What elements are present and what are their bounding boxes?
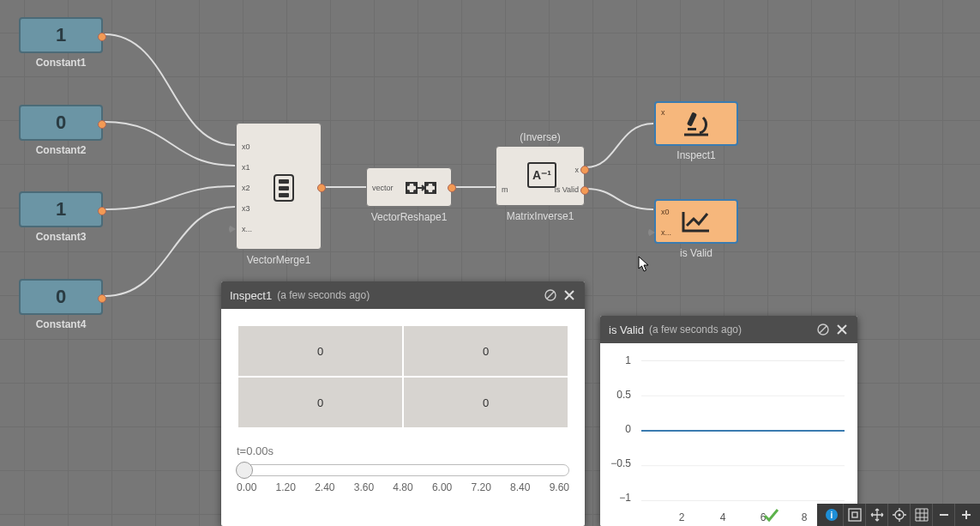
fit-button[interactable] (843, 504, 865, 526)
constant3-node[interactable]: 1 Constant3 (19, 191, 103, 227)
vm-port-x3: x3 (242, 204, 250, 213)
line-chart-icon (680, 209, 712, 234)
inspect1-label: Inspect1 (676, 149, 715, 161)
vector-reshape-label: VectorReshape1 (371, 211, 448, 223)
mi-port-valid: is Valid (555, 185, 579, 194)
constant4-label: Constant4 (36, 318, 87, 330)
vm-extra-in-port[interactable] (229, 225, 236, 233)
constant1-label: Constant1 (36, 57, 87, 69)
matrix-inverse-node[interactable]: (Inverse) MatrixInverse1 m x is Valid A⁻… (496, 146, 585, 206)
svg-point-7 (413, 183, 417, 186)
vr-out-port[interactable] (448, 184, 456, 192)
vector-merge-node[interactable]: VectorMerge1 x0 x1 x2 x3 x... (236, 123, 322, 250)
isvalid-panel-header[interactable]: is Valid (a few seconds ago) (600, 316, 857, 343)
vector-merge-label: VectorMerge1 (247, 254, 311, 266)
svg-rect-1 (279, 179, 289, 184)
mi-port-m: m (502, 185, 508, 194)
constant2-label: Constant2 (36, 144, 87, 156)
constant1-out-port[interactable] (98, 33, 106, 41)
inverse-icon: A⁻¹ (527, 162, 556, 188)
time-slider[interactable] (237, 464, 569, 476)
vm-port-xmore: x... (242, 225, 252, 233)
inspect1-panel[interactable]: Inspect1 (a few seconds ago) 0 0 0 0 t=0… (221, 281, 585, 526)
nope-icon[interactable] (544, 288, 557, 302)
svg-point-29 (898, 514, 900, 517)
constant3-out-port[interactable] (98, 207, 106, 215)
vm-port-x1: x1 (242, 163, 250, 172)
isvalid-extra-in-port[interactable] (648, 228, 655, 237)
isvalid-plot[interactable]: 1 0.5 0 −0.5 −1 2 4 6 8 10 (600, 343, 857, 526)
time-slider-thumb[interactable] (236, 462, 253, 479)
constant4-node[interactable]: 0 Constant4 (19, 279, 103, 315)
inspect1-panel-ago: (a few seconds ago) (277, 289, 370, 301)
constant2-node[interactable]: 0 Constant2 (19, 105, 103, 141)
svg-point-13 (432, 190, 436, 193)
svg-point-8 (406, 190, 410, 193)
constant4-out-port[interactable] (98, 294, 106, 303)
inspect1-port-x: x (661, 108, 665, 117)
vr-port-in: vector (372, 184, 394, 192)
microscope-icon (679, 109, 713, 138)
svg-rect-2 (279, 186, 289, 190)
mi-out-x-port[interactable] (580, 166, 589, 174)
vector-reshape-node[interactable]: VectorReshape1 vector (366, 167, 452, 207)
constant1-value: 1 (56, 24, 66, 46)
constant3-label: Constant3 (36, 231, 87, 243)
info-button[interactable]: i (821, 504, 843, 526)
reshape-icon (405, 178, 437, 198)
constant4-value: 0 (56, 286, 66, 308)
isvalid-label: is Valid (680, 247, 712, 259)
isvalid-panel-title: is Valid (609, 323, 644, 336)
svg-point-6 (406, 183, 410, 186)
inspect1-panel-header[interactable]: Inspect1 (a few seconds ago) (221, 281, 585, 309)
zoom-in-button[interactable] (954, 504, 977, 526)
vm-port-x2: x2 (242, 184, 250, 192)
mi-out-valid-port[interactable] (580, 186, 589, 195)
matrix-inverse-superlabel: (Inverse) (520, 131, 560, 143)
svg-point-11 (432, 183, 436, 186)
svg-rect-3 (279, 193, 289, 197)
constant2-out-port[interactable] (98, 120, 106, 129)
nope-icon[interactable] (816, 323, 830, 336)
inspect1-panel-title: Inspect1 (230, 289, 272, 302)
mouse-cursor-icon (638, 256, 650, 273)
svg-line-17 (547, 292, 554, 299)
constant2-value: 0 (56, 112, 66, 134)
inspect1-node[interactable]: x Inspect1 (654, 101, 738, 146)
svg-point-12 (425, 190, 429, 193)
vm-port-x0: x0 (242, 142, 250, 151)
svg-rect-27 (852, 512, 857, 517)
svg-point-10 (425, 183, 429, 186)
isvalid-panel[interactable]: is Valid (a few seconds ago) 1 0.5 0 −0.… (600, 316, 857, 526)
isvalid-port-x0: x0 (661, 208, 670, 216)
slider-ticks: 0.00 1.20 2.40 3.60 4.80 6.00 7.20 8.40 … (237, 481, 569, 493)
svg-line-19 (820, 326, 827, 333)
close-icon[interactable] (562, 288, 576, 302)
bottom-toolbar: i (817, 504, 980, 526)
matrix-inverse-label: MatrixInverse1 (507, 210, 574, 222)
isvalid-port-xmore: x... (661, 228, 671, 237)
constant1-node[interactable]: 1 Constant1 (19, 17, 103, 53)
mi-port-x: x (575, 166, 580, 174)
vm-out-port[interactable] (317, 184, 326, 192)
slider-time-label: t=0.00s (237, 444, 569, 457)
grid-button[interactable] (910, 504, 932, 526)
matrix-cell-0-1: 0 (404, 326, 568, 376)
matrix-cell-1-0: 0 (238, 378, 402, 427)
svg-rect-26 (849, 509, 861, 521)
matrix-cell-1-1: 0 (404, 378, 568, 427)
pan-button[interactable] (865, 504, 887, 526)
svg-rect-15 (688, 128, 696, 130)
target-button[interactable] (887, 504, 910, 526)
zoom-out-button[interactable] (932, 504, 954, 526)
isvalid-node[interactable]: x0 x... is Valid (654, 199, 738, 244)
isvalid-panel-ago: (a few seconds ago) (649, 323, 742, 336)
constant3-value: 1 (56, 198, 66, 221)
svg-rect-14 (687, 112, 697, 126)
close-icon[interactable] (835, 323, 849, 336)
svg-point-9 (413, 190, 417, 193)
inspect1-matrix: 0 0 0 0 (221, 309, 585, 444)
stack-icon (273, 173, 295, 203)
matrix-cell-0-0: 0 (238, 326, 402, 376)
